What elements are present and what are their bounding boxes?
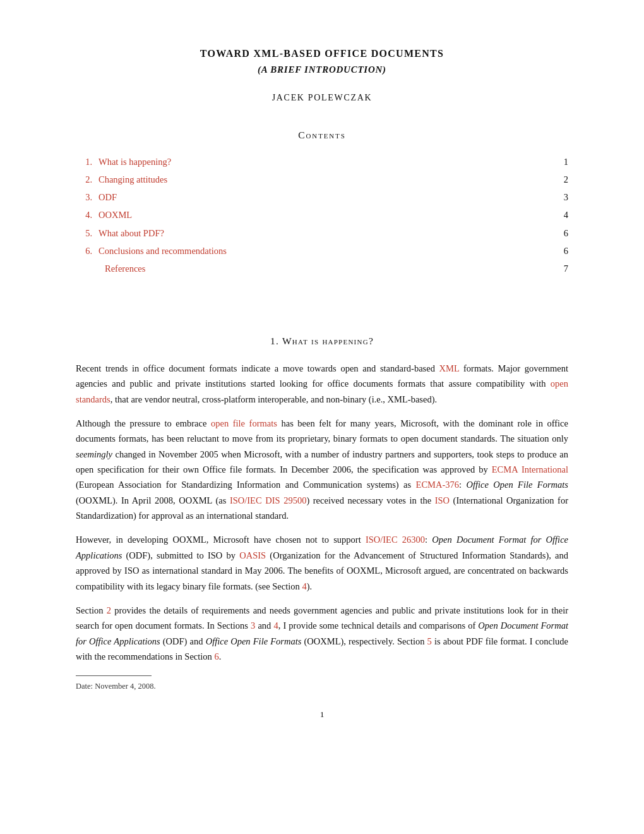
title-block: Toward XML-Based Office Documents (A Bri…	[76, 45, 568, 77]
link-open-file-formats[interactable]: open file formats	[211, 418, 277, 428]
link-section5[interactable]: 5	[427, 636, 432, 646]
toc-dots-1	[327, 155, 556, 170]
toc-link-1[interactable]: What is happening?	[98, 155, 327, 169]
link-iso-iec-26300[interactable]: ISO/IEC 26300	[366, 535, 425, 545]
toc-link-6[interactable]: Conclusions and recommendations	[98, 244, 327, 258]
document-page: Toward XML-Based Office Documents (A Bri…	[0, 0, 644, 834]
toc-num-4: 4.	[76, 208, 98, 222]
toc-num-5: 5.	[76, 226, 98, 241]
link-ecma-international[interactable]: ECMA International	[492, 464, 568, 474]
toc-references: References 7	[76, 262, 568, 277]
footnote-value: November 4, 2008.	[95, 682, 156, 691]
link-ecma376[interactable]: ECMA-376	[416, 480, 459, 490]
main-title: Toward XML-Based Office Documents	[76, 45, 568, 62]
section1-title: 1. What is happening?	[76, 334, 568, 349]
author: Jacek Polewczak	[76, 91, 568, 105]
toc-dots-5	[327, 226, 556, 241]
table-of-contents: 1. What is happening? 1 2. Changing atti…	[76, 155, 568, 277]
toc-item-3: 3. ODF 3	[76, 190, 568, 205]
link-section6[interactable]: 6	[214, 651, 218, 662]
link-section3[interactable]: 3	[251, 620, 255, 631]
link-section4[interactable]: 4	[302, 581, 306, 591]
toc-link-4[interactable]: OOXML	[98, 208, 327, 222]
paragraph-4: Section 2 provides the details of requir…	[76, 603, 568, 664]
subtitle: (A Brief Introduction)	[76, 62, 568, 77]
link-xml[interactable]: XML	[439, 363, 460, 373]
toc-num-2: 2.	[76, 172, 98, 187]
toc-page-4: 4	[556, 208, 568, 222]
paragraph-2: Although the pressure to embrace open fi…	[76, 416, 568, 524]
toc-item-4: 4. OOXML 4	[76, 208, 568, 223]
toc-num-3: 3.	[76, 190, 98, 205]
link-iso-iec-dis[interactable]: ISO/IEC DIS 29500	[230, 495, 307, 505]
toc-page-6: 6	[556, 244, 568, 258]
toc-item-5: 5. What about PDF? 6	[76, 226, 568, 241]
toc-item-6: 6. Conclusions and recommendations 6	[76, 244, 568, 259]
toc-page-1: 1	[556, 155, 568, 169]
paragraph-3: However, in developing OOXML, Microsoft …	[76, 532, 568, 593]
toc-dots-6	[327, 244, 556, 259]
toc-references-link[interactable]: References	[105, 262, 330, 276]
toc-item-2: 2. Changing attitudes 2	[76, 172, 568, 188]
toc-page-5: 6	[556, 226, 568, 241]
link-section2[interactable]: 2	[107, 605, 111, 615]
footnote-label: Date:	[76, 682, 93, 691]
paragraph-1: Recent trends in office document formats…	[76, 361, 568, 407]
toc-item-1: 1. What is happening? 1	[76, 155, 568, 170]
footnote: Date: November 4, 2008.	[76, 680, 568, 692]
toc-page-3: 3	[556, 190, 568, 205]
link-open-standards[interactable]: open standards	[76, 378, 568, 404]
toc-num-6: 6.	[76, 244, 98, 258]
link-oasis[interactable]: OASIS	[239, 550, 266, 560]
toc-dots-2	[327, 172, 556, 188]
toc-dots-ref	[330, 262, 556, 277]
link-iso[interactable]: ISO	[435, 495, 450, 505]
contents-heading: Contents	[76, 128, 568, 143]
page-number: 1	[76, 708, 568, 722]
toc-references-page: 7	[556, 262, 568, 276]
toc-page-2: 2	[556, 172, 568, 187]
toc-dots-4	[327, 208, 556, 223]
toc-link-5[interactable]: What about PDF?	[98, 226, 327, 241]
toc-dots-3	[327, 190, 556, 205]
link-section4b[interactable]: 4	[273, 620, 278, 631]
toc-link-3[interactable]: ODF	[98, 190, 327, 205]
toc-num-1: 1.	[76, 155, 98, 169]
footnote-rule	[76, 675, 152, 676]
section1-title-text: 1. What is happening?	[270, 335, 374, 346]
toc-link-2[interactable]: Changing attitudes	[98, 172, 327, 187]
